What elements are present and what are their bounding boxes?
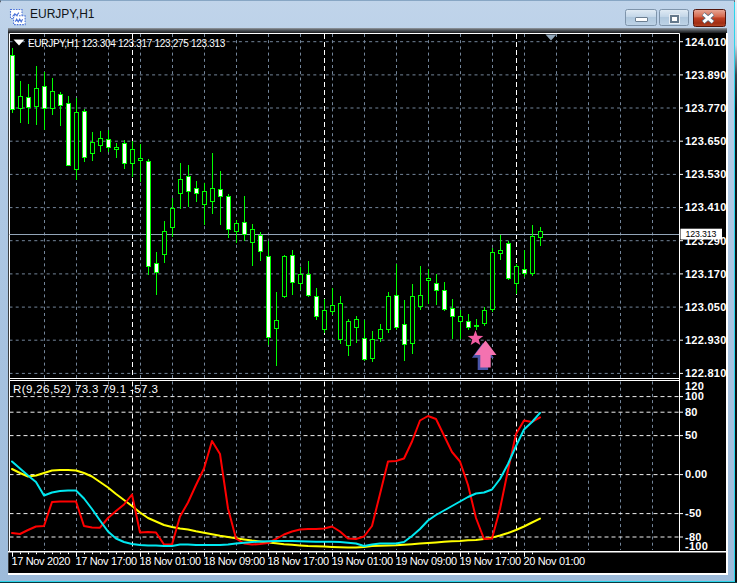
svg-text:19 Nov 17:00: 19 Nov 17:00 xyxy=(460,555,521,567)
svg-text:123.650: 123.650 xyxy=(685,135,727,147)
svg-text:18 Nov 09:00: 18 Nov 09:00 xyxy=(204,555,265,567)
svg-text:123.770: 123.770 xyxy=(685,102,727,114)
svg-text:20 Nov 01:00: 20 Nov 01:00 xyxy=(524,555,585,567)
svg-text:18 Nov 17:00: 18 Nov 17:00 xyxy=(268,555,329,567)
svg-text:19 Nov 01:00: 19 Nov 01:00 xyxy=(332,555,393,567)
svg-text:123.890: 123.890 xyxy=(685,69,727,81)
svg-text:124.010: 124.010 xyxy=(685,36,727,48)
svg-text:123.050: 123.050 xyxy=(685,301,727,313)
svg-text:50: 50 xyxy=(685,429,698,441)
svg-text:80: 80 xyxy=(685,406,698,418)
svg-text:17 Nov 2020: 17 Nov 2020 xyxy=(12,555,71,567)
svg-text:18 Nov 01:00: 18 Nov 01:00 xyxy=(140,555,201,567)
svg-text:17 Nov 17:00: 17 Nov 17:00 xyxy=(76,555,137,567)
svg-text:-100: -100 xyxy=(685,540,708,552)
svg-text:0.00: 0.00 xyxy=(685,468,707,480)
svg-text:123.410: 123.410 xyxy=(685,201,727,213)
svg-text:122.930: 122.930 xyxy=(685,334,727,346)
svg-text:R(9,26,52) 73.3 79.1 -57.3: R(9,26,52) 73.3 79.1 -57.3 xyxy=(13,383,158,395)
svg-text:-50: -50 xyxy=(685,507,702,519)
svg-text:123.530: 123.530 xyxy=(685,168,727,180)
svg-text:122.810: 122.810 xyxy=(685,367,727,379)
svg-text:123.313: 123.313 xyxy=(686,229,717,239)
svg-text:123.170: 123.170 xyxy=(685,268,727,280)
svg-text:19 Nov 09:00: 19 Nov 09:00 xyxy=(396,555,457,567)
svg-text:100: 100 xyxy=(685,390,704,402)
svg-text:EURJPY,H1 123.304 123.317 123.: EURJPY,H1 123.304 123.317 123.275 123.31… xyxy=(28,38,226,49)
